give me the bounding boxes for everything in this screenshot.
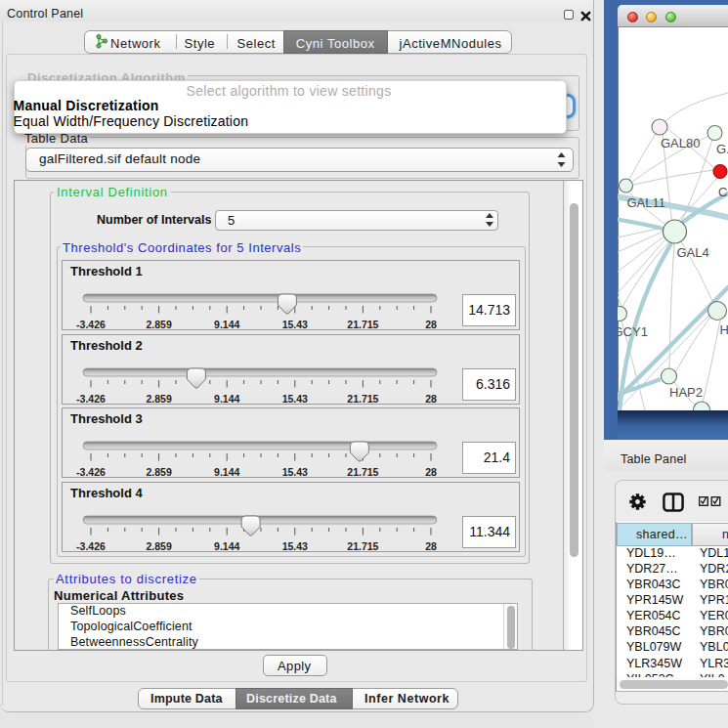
svg-text:GAL80: GAL80 <box>661 136 700 150</box>
svg-text:15.43: 15.43 <box>282 392 308 404</box>
svg-text:C: C <box>718 185 727 199</box>
svg-text:GAL11: GAL11 <box>627 195 666 210</box>
svg-text:G.: G. <box>716 142 728 156</box>
svg-text:15.43: 15.43 <box>282 466 308 478</box>
svg-text:15.43: 15.43 <box>282 319 308 330</box>
svg-text:9.144: 9.144 <box>214 319 239 330</box>
svg-text:2.859: 2.859 <box>146 539 171 551</box>
svg-text:28: 28 <box>425 466 437 478</box>
svg-text:H: H <box>720 322 728 337</box>
svg-text:28: 28 <box>425 392 437 404</box>
svg-text:9.144: 9.144 <box>214 539 239 551</box>
svg-text:-3.426: -3.426 <box>76 466 106 478</box>
svg-text:-3.426: -3.426 <box>76 319 106 330</box>
svg-text:21.715: 21.715 <box>347 392 378 404</box>
svg-text:28: 28 <box>425 539 437 551</box>
svg-text:-3.426: -3.426 <box>76 539 106 551</box>
svg-text:21.715: 21.715 <box>347 466 378 478</box>
svg-text:-3.426: -3.426 <box>76 392 106 404</box>
svg-text:2.859: 2.859 <box>146 466 171 478</box>
svg-text:2.859: 2.859 <box>146 319 171 330</box>
svg-text:HAP2: HAP2 <box>669 385 703 400</box>
svg-text:21.715: 21.715 <box>347 539 378 551</box>
svg-text:2.859: 2.859 <box>146 392 171 404</box>
svg-text:9.144: 9.144 <box>214 466 239 478</box>
svg-text:GCY1: GCY1 <box>618 324 648 339</box>
svg-text:15.43: 15.43 <box>282 539 308 551</box>
svg-text:GAL4: GAL4 <box>677 245 709 260</box>
svg-text:9.144: 9.144 <box>214 392 239 404</box>
svg-text:21.715: 21.715 <box>347 319 378 330</box>
svg-text:28: 28 <box>425 319 437 330</box>
